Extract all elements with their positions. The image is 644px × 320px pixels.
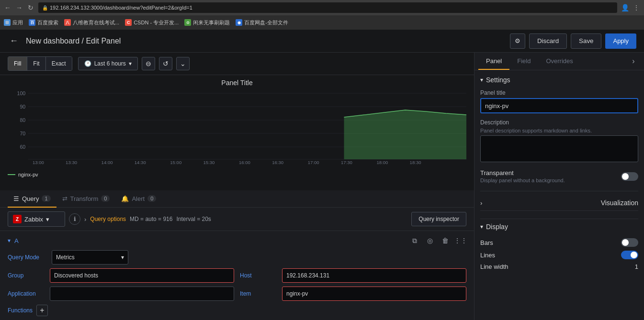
host-input[interactable] <box>282 268 466 283</box>
refresh-button[interactable]: ↺ <box>159 57 172 70</box>
bookmark-apps[interactable]: ⊞ 应用 <box>4 19 23 26</box>
settings-section-header[interactable]: ▾ Settings <box>480 76 638 84</box>
section-collapse-arrow[interactable]: ▾ <box>8 237 11 244</box>
svg-text:14:00: 14:00 <box>102 160 113 165</box>
tab-transform-icon: ⇄ <box>62 195 68 202</box>
browser-nav: ← → ↻ 🔒 192.168.234.132:3000/dashboard/n… <box>0 0 644 15</box>
panel-title-input[interactable] <box>480 98 638 113</box>
copy-query-button[interactable]: ⧉ <box>409 235 420 246</box>
zoom-out-button[interactable]: ⊖ <box>142 57 155 70</box>
application-input[interactable] <box>50 287 234 301</box>
forward-nav-btn[interactable]: → <box>15 4 23 11</box>
url-bar[interactable]: 🔒 192.168.234.132:3000/dashboard/new?edi… <box>38 2 617 13</box>
bars-label: Bars <box>480 239 493 246</box>
page-title: New dashboard / Edit Panel <box>26 37 121 45</box>
drag-handle[interactable]: ⋮⋮ <box>455 235 466 246</box>
item-label: Item <box>240 290 278 297</box>
query-inspector-button[interactable]: Query inspector <box>411 212 466 226</box>
bookmark-baidupan[interactable]: ◉ 百度网盘-全部文件 <box>236 19 288 26</box>
description-textarea[interactable] <box>480 135 638 162</box>
top-bar: ← New dashboard / Edit Panel ⚙ Discard S… <box>0 30 644 53</box>
divider-2 <box>480 219 638 219</box>
bookmark-bawei[interactable]: 八 八维教育在线考试... <box>64 19 119 26</box>
visualization-row[interactable]: › Visualization <box>480 195 638 211</box>
tab-panel[interactable]: Panel <box>478 53 509 70</box>
bookmark-baidu[interactable]: 百 百度搜索 <box>29 19 58 26</box>
section-title: A <box>14 237 19 244</box>
expand-panel-button[interactable]: › <box>627 53 640 70</box>
group-label: Group <box>8 272 46 279</box>
query-form: ▾ A ⧉ ◎ 🗑 ⋮⋮ Query Mode Metrics ▾ <box>0 231 474 320</box>
url-text: 192.168.234.132:3000/dashboard/new?editP… <box>50 5 192 11</box>
group-input[interactable] <box>50 268 234 283</box>
group-field: Group <box>8 268 234 283</box>
lines-toggle[interactable] <box>621 251 638 259</box>
back-button[interactable]: ← <box>8 34 20 48</box>
tab-query[interactable]: ☰ Query 1 <box>8 190 56 208</box>
center-panel: Fill Fit Exact 🕐 Last 6 hours ▾ ⊖ ↺ ⌄ Pa… <box>0 53 474 320</box>
bars-toggle[interactable] <box>621 238 638 247</box>
settings-icon-button[interactable]: ⚙ <box>510 33 525 49</box>
query-mode-select[interactable]: Metrics ▾ <box>52 250 128 265</box>
bookmark-xianlaiwushi[interactable]: ⊙ 闲来无事刷刷题 <box>184 19 230 26</box>
tab-alert[interactable]: 🔔 Alert 0 <box>115 190 162 208</box>
bookmarks-bar: ⊞ 应用 百 百度搜索 八 八维教育在线考试... C CSDN - 专业开发.… <box>0 15 644 30</box>
tab-query-label: Query <box>22 195 39 202</box>
reload-nav-btn[interactable]: ↻ <box>27 4 34 11</box>
tab-field-label: Field <box>517 57 531 65</box>
chart-area: Panel Title 100 90 80 70 60 <box>0 75 474 190</box>
tab-transform-label: Transform <box>70 195 99 202</box>
line-width-row: Line width 1 <box>480 261 638 272</box>
bookmark-baidupan-label: 百度网盘-全部文件 <box>244 19 288 26</box>
menu-btn[interactable]: ⋮ <box>633 4 640 11</box>
transparent-label: Transparent <box>480 169 565 177</box>
time-range-chevron: ▾ <box>129 60 132 67</box>
toggle-visibility-button[interactable]: ◎ <box>424 235 436 246</box>
discard-button[interactable]: Discard <box>529 33 567 49</box>
application-field: Application <box>8 287 234 301</box>
transparent-toggle[interactable] <box>621 172 638 181</box>
line-width-label: Line width <box>480 263 508 270</box>
fit-button[interactable]: Fit <box>27 57 45 70</box>
fill-button[interactable]: Fill <box>8 57 27 70</box>
bookmark-bawei-label: 八维教育在线考试... <box>73 19 119 26</box>
profile-btn[interactable]: 👤 <box>621 4 629 11</box>
save-button[interactable]: Save <box>571 33 601 49</box>
more-options-button[interactable]: ⌄ <box>176 57 190 70</box>
bookmark-csdn[interactable]: C CSDN - 专业开发... <box>125 19 179 26</box>
lines-label: Lines <box>480 252 495 259</box>
transparent-toggle-row: Transparent Display panel without a back… <box>480 169 638 183</box>
svg-text:70: 70 <box>20 131 25 136</box>
info-button[interactable]: ℹ <box>69 213 80 225</box>
datasource-icon: Z <box>13 215 22 223</box>
time-range-button[interactable]: 🕐 Last 6 hours ▾ <box>78 57 138 70</box>
datasource-select[interactable]: Z Zabbix ▾ <box>8 211 65 227</box>
query-mode-chevron: ▾ <box>121 254 124 261</box>
query-mode-label: Query Mode <box>8 254 46 261</box>
add-function-button[interactable]: + <box>36 305 48 316</box>
display-section-header[interactable]: ▾ Display <box>480 223 638 231</box>
apply-button[interactable]: Apply <box>605 33 636 49</box>
tab-alert-label: Alert <box>132 195 145 202</box>
tab-transform[interactable]: ⇄ Transform 0 <box>56 190 116 208</box>
svg-text:80: 80 <box>20 118 25 123</box>
exact-button[interactable]: Exact <box>46 57 72 70</box>
settings-content: ▾ Settings Panel title Description Panel… <box>475 70 644 320</box>
visualization-section: › Visualization <box>480 195 638 211</box>
tab-transform-count: 0 <box>101 195 110 202</box>
tab-overrides[interactable]: Overrides <box>538 53 580 70</box>
tab-query-count: 1 <box>42 195 50 202</box>
item-input[interactable] <box>282 287 466 301</box>
query-mode-row: Query Mode Metrics ▾ <box>8 250 466 265</box>
transparent-text: Transparent Display panel without a back… <box>480 169 565 183</box>
svg-text:16:00: 16:00 <box>239 160 250 165</box>
delete-query-button[interactable]: 🗑 <box>440 235 451 246</box>
panel-title-field-group: Panel title <box>480 89 638 113</box>
visualization-expand-icon: › <box>480 199 482 207</box>
tab-panel-label: Panel <box>486 57 502 65</box>
query-options-button[interactable]: Query options <box>90 216 126 222</box>
svg-text:100: 100 <box>17 91 26 96</box>
svg-text:14:30: 14:30 <box>135 160 146 165</box>
tab-field[interactable]: Field <box>509 53 538 70</box>
back-nav-btn[interactable]: ← <box>4 4 11 11</box>
